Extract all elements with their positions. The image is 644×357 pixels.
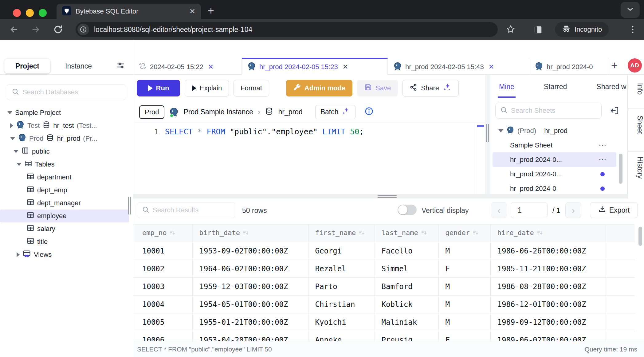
batch-button[interactable]: Batch	[315, 105, 355, 119]
run-button[interactable]: Run	[137, 80, 180, 96]
table-cell: F	[438, 331, 490, 341]
tree-item-project[interactable]: Sample Project	[0, 106, 133, 119]
sheet-item-sample-sheet[interactable]: Sample Sheet ⋯	[490, 138, 627, 152]
column-header-hire-date[interactable]: hire_date	[490, 225, 606, 242]
tab-starred[interactable]: Starred	[544, 83, 567, 91]
sheet-group-hr-prod[interactable]: (Prod) hr_prod	[490, 124, 627, 138]
table-cell: 10003	[133, 278, 192, 296]
tree-item-table-department[interactable]: department	[0, 171, 133, 184]
browser-tab[interactable]: Bytebase SQL Editor ✕	[57, 4, 201, 19]
sidebar-resize-handle[interactable]	[128, 197, 131, 214]
sheet-item-label: Sample Sheet	[510, 141, 552, 149]
table-scrollbar[interactable]	[638, 227, 642, 246]
tab-search-button[interactable]	[621, 2, 640, 18]
database-breadcrumb[interactable]: hr_prod	[278, 108, 302, 116]
search-sheets-input[interactable]: Search Sheets	[495, 103, 602, 119]
browser-menu-icon[interactable]	[627, 24, 638, 35]
postgresql-icon	[506, 126, 514, 136]
next-page-button[interactable]: ›	[565, 202, 581, 218]
tree-item-table-dept-emp[interactable]: dept_emp	[0, 184, 133, 197]
sheet-list-scrollbar[interactable]	[619, 154, 622, 184]
bytebase-favicon-icon	[62, 6, 71, 17]
window-controls	[13, 9, 47, 17]
tree-item-table-employee-selected[interactable]: employee	[0, 210, 129, 222]
search-icon	[11, 88, 19, 97]
tab-shared-with-me[interactable]: Shared w	[596, 83, 626, 91]
column-header-first-name[interactable]: first_name	[308, 225, 375, 242]
close-window-button[interactable]	[13, 9, 21, 17]
worksheet-tab-3[interactable]: hr_prod 2024-02-05 15:43 ✕	[388, 58, 529, 75]
column-header-birth-date[interactable]: birth_date	[192, 225, 308, 242]
rail-tab-history[interactable]: History	[628, 157, 644, 179]
editor-minimap[interactable]	[476, 123, 485, 194]
tab-instance[interactable]: Instance	[65, 62, 92, 70]
sheet-item-selected[interactable]: hr_prod 2024-0... ⋯	[493, 152, 616, 167]
avatar[interactable]: AD	[628, 58, 642, 73]
table-cell: Parto	[308, 278, 375, 296]
rail-tab-sheet[interactable]: Sheet	[628, 116, 644, 134]
column-header-last-name[interactable]: last_name	[375, 225, 438, 242]
tree-item-tables[interactable]: Tables	[0, 158, 133, 171]
search-databases-placeholder: Search Databases	[22, 88, 78, 96]
column-header-gender[interactable]: gender	[438, 225, 490, 242]
new-worksheet-button[interactable]: +	[611, 59, 618, 72]
sparkle-icon	[342, 107, 350, 117]
bookmark-star-icon[interactable]	[506, 24, 516, 35]
side-panel-icon[interactable]	[533, 25, 544, 36]
table-icon	[26, 198, 34, 208]
tab-project[interactable]: Project	[4, 59, 50, 73]
search-databases-input[interactable]: Search Databases	[7, 84, 126, 100]
tree-item-table-salary[interactable]: salary	[0, 222, 133, 235]
share-button[interactable]: Share	[402, 80, 459, 96]
panel-resize-gutter[interactable]	[485, 75, 490, 194]
maximize-window-button[interactable]	[39, 9, 47, 17]
filter-sliders-icon[interactable]	[116, 61, 125, 71]
rail-tab-info[interactable]: Info	[628, 83, 644, 95]
reload-icon[interactable]	[53, 24, 63, 35]
admin-mode-button[interactable]: Admin mode	[286, 80, 352, 96]
address-bar[interactable]: localhost:8080/sql-editor/sheet/project-…	[76, 22, 498, 37]
column-header-emp-no[interactable]: emp_no	[133, 225, 192, 242]
tree-item-table-dept-manager[interactable]: dept_manager	[0, 197, 133, 210]
ai-sparkle-icon[interactable]	[442, 83, 452, 94]
worksheet-tab-2-active[interactable]: hr_prod 2024-02-05 15:23 ✕	[242, 58, 388, 75]
sheet-item-unsaved-1[interactable]: hr_prod 2024-0...	[490, 167, 627, 181]
tab-mine[interactable]: Mine	[499, 83, 514, 91]
new-tab-button[interactable]: +	[208, 4, 214, 17]
results-resize-gutter[interactable]	[133, 194, 627, 198]
close-tab-icon[interactable]: ✕	[189, 7, 195, 16]
editor-toolbar: Run Explain Format Admin mode Save Share	[133, 75, 485, 101]
worksheet-tab-4[interactable]: hr_prod 2024-0	[529, 58, 608, 75]
page-number-input[interactable]	[511, 202, 548, 218]
search-results-input[interactable]: Search Results	[137, 202, 235, 218]
vertical-display-toggle[interactable]	[398, 205, 417, 215]
instance-breadcrumb[interactable]: Prod Sample Instance	[183, 108, 253, 116]
tree-item-table-title[interactable]: title	[0, 235, 133, 248]
tree-item-hr-test[interactable]: Test hr_test (Test...	[0, 119, 133, 132]
close-worksheet-icon[interactable]: ✕	[489, 63, 494, 71]
more-menu-icon[interactable]: ⋯	[599, 140, 607, 150]
save-button[interactable]: Save	[357, 80, 398, 96]
database-tree: Sample Project Test hr_test (Test... Pro…	[0, 106, 133, 261]
info-icon[interactable]	[364, 107, 374, 118]
site-info-icon[interactable]	[77, 24, 89, 35]
more-menu-icon[interactable]: ⋯	[599, 155, 607, 164]
close-worksheet-icon[interactable]: ✕	[343, 63, 348, 71]
tree-item-views[interactable]: Views	[0, 248, 133, 261]
back-icon[interactable]	[9, 24, 19, 35]
sheet-import-icon[interactable]	[610, 106, 619, 117]
table-cell: Facello	[375, 242, 438, 260]
forward-icon[interactable]	[31, 24, 41, 35]
close-worksheet-icon[interactable]: ✕	[208, 63, 214, 71]
panel-resize-handle[interactable]	[486, 124, 489, 142]
export-button[interactable]: Export	[590, 202, 638, 218]
prev-page-button[interactable]: ‹	[491, 202, 507, 218]
explain-button[interactable]: Explain	[185, 80, 229, 96]
tree-item-schema-public[interactable]: public	[0, 145, 133, 158]
sheet-item-unsaved-2[interactable]: hr_prod 2024-0	[490, 181, 627, 194]
worksheet-tab-1[interactable]: 2024-02-05 15:22 ✕	[133, 58, 242, 75]
sql-editor[interactable]: 1 SELECT * FROM "public"."employee" LIMI…	[133, 123, 476, 194]
tree-item-hr-prod[interactable]: Prod hr_prod (Pr...	[0, 132, 133, 145]
format-button[interactable]: Format	[234, 80, 269, 96]
minimize-window-button[interactable]	[26, 9, 34, 17]
